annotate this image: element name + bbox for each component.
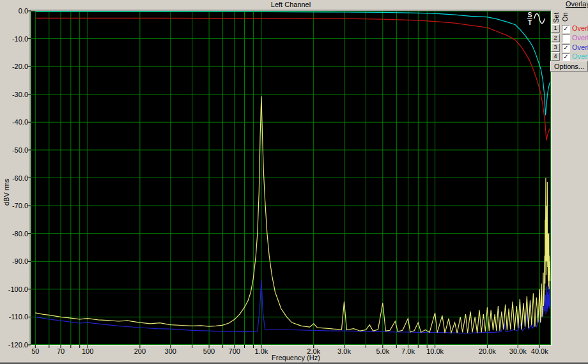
options-button[interactable]: Options... xyxy=(550,61,588,72)
plot-title: Left Channel xyxy=(31,1,551,8)
y-tick-label: -30.0 xyxy=(0,91,28,98)
x-tick-label: 500 xyxy=(203,347,215,355)
overlays-panel: Overlays Set On 1✓Overlay2Overlay3✓Overl… xyxy=(548,0,588,73)
x-tick-label: 700 xyxy=(229,347,240,355)
signal-icon: ST xyxy=(527,11,532,26)
x-tick-label: 7.0k xyxy=(401,347,415,355)
y-tick-label: -80.0 xyxy=(0,230,28,238)
y-tick-label: -90.0 xyxy=(0,257,28,265)
overlay-3-on-checkbox[interactable]: ✓ xyxy=(562,44,570,52)
spectrum-plot: ST xyxy=(0,0,588,364)
overlay-4-set-button[interactable]: 4 xyxy=(551,52,560,61)
overlay-3-set-button[interactable]: 3 xyxy=(551,43,560,52)
x-tick-label: 50 xyxy=(31,347,39,355)
x-tick-label: 10.0k xyxy=(426,347,444,355)
set-column-label: Set xyxy=(552,12,560,23)
x-tick-label: 2.0k xyxy=(307,347,320,355)
y-tick-label: 0.0 xyxy=(0,7,28,15)
x-tick-label: 200 xyxy=(134,347,146,355)
y-tick-label: -100.0 xyxy=(0,285,28,293)
y-tick-label: -110.0 xyxy=(0,313,28,321)
x-tick-label: 20.0k xyxy=(479,347,496,355)
overlay-1-label: Overlay xyxy=(572,24,588,32)
overlay-2-label: Overlay xyxy=(572,34,588,42)
y-tick-label: -10.0 xyxy=(0,35,28,43)
y-tick-label: -20.0 xyxy=(0,63,28,70)
x-tick-label: 300 xyxy=(165,347,176,355)
y-tick-label: -50.0 xyxy=(0,146,28,154)
x-tick-label: 100 xyxy=(82,347,93,355)
overlay-row-2: 2Overlay xyxy=(551,34,588,42)
overlay-3-label: Overlay xyxy=(572,43,588,51)
svg-text:S: S xyxy=(528,11,532,19)
x-tick-label: 70 xyxy=(57,347,65,355)
x-tick-label: 3.0k xyxy=(337,347,351,355)
x-tick-label: 40.0k xyxy=(531,347,548,355)
y-tick-label: -70.0 xyxy=(0,202,28,209)
overlay-2-set-button[interactable]: 2 xyxy=(551,34,560,42)
overlays-header: Overlays xyxy=(566,0,588,8)
overlay-2-on-checkbox[interactable] xyxy=(562,34,570,43)
x-tick-label: 5.0k xyxy=(376,347,389,355)
overlay-row-1: 1✓Overlay xyxy=(551,24,588,33)
overlay-row-3: 3✓Overlay xyxy=(551,43,588,52)
overlay-1-on-checkbox[interactable]: ✓ xyxy=(562,25,570,33)
y-tick-label: -60.0 xyxy=(0,174,28,182)
x-tick-label: 30.0k xyxy=(509,347,527,355)
overlay-4-label: Overlay xyxy=(572,52,588,60)
overlay-1-set-button[interactable]: 1 xyxy=(551,24,560,33)
overlay-row-4: 4✓Overlay xyxy=(551,52,588,61)
x-tick-label: 1.0k xyxy=(254,347,268,355)
y-tick-label: -120.0 xyxy=(0,341,28,349)
svg-text:T: T xyxy=(528,19,532,26)
on-column-label: On xyxy=(561,12,569,22)
y-tick-label: -40.0 xyxy=(0,118,28,126)
